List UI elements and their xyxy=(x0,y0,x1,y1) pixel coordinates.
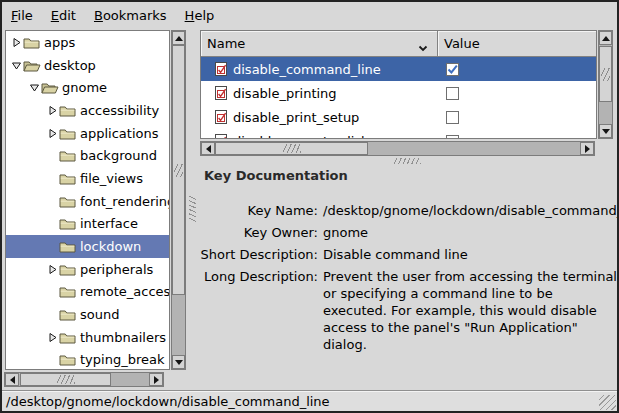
expander-spacer xyxy=(46,150,59,162)
value-checkbox-unchecked[interactable] xyxy=(446,135,459,139)
scrollbar-thumb[interactable] xyxy=(172,45,185,295)
thumb-grip-icon xyxy=(174,164,183,177)
column-header-name[interactable]: Name xyxy=(201,31,438,57)
key-name-cell: disable_command_line xyxy=(201,62,438,77)
list-row-disable_save_to_disk[interactable]: disable_save_to_disk xyxy=(201,129,596,138)
column-header-name-label: Name xyxy=(207,36,245,51)
menu-edit[interactable]: Edit xyxy=(42,4,85,27)
doc-row-long-description: Long Description: Prevent the user from … xyxy=(200,268,617,353)
arrow-left-icon xyxy=(206,145,211,153)
list-row-disable_command_line[interactable]: disable_command_line xyxy=(201,57,596,81)
folder-closed-icon xyxy=(59,126,77,140)
scrollbar-thumb[interactable] xyxy=(20,373,111,386)
tree-item-typing_break[interactable]: typing_break xyxy=(6,349,169,370)
list-vertical-scrollbar[interactable] xyxy=(598,30,613,139)
tree-indent xyxy=(6,246,46,247)
tree-horizontal-scrollbar[interactable] xyxy=(4,372,164,387)
doc-row-short-description: Short Description: Disable command line xyxy=(200,246,617,263)
tree-item-remote_access[interactable]: remote_access xyxy=(6,281,169,304)
scroll-up-button[interactable] xyxy=(172,31,185,45)
list-row-disable_print_setup[interactable]: disable_print_setup xyxy=(201,105,596,129)
tree-indent xyxy=(6,223,46,224)
expander-spacer xyxy=(46,195,59,207)
expander-collapsed-icon[interactable] xyxy=(46,331,59,343)
scroll-down-button[interactable] xyxy=(172,355,185,369)
doc-label: Key Owner: xyxy=(200,224,318,241)
menu-bookmarks[interactable]: Bookmarks xyxy=(85,4,176,27)
scroll-right-button[interactable] xyxy=(580,142,594,155)
paned-grip-icon xyxy=(189,196,196,222)
menubar: File Edit Bookmarks Help xyxy=(2,2,617,28)
expander-expanded-icon[interactable] xyxy=(28,82,41,94)
key-value-cell xyxy=(438,135,596,139)
scrollbar-thumb[interactable] xyxy=(599,46,612,102)
menu-file[interactable]: File xyxy=(2,4,42,27)
tree-indent xyxy=(6,269,46,270)
arrow-up-icon xyxy=(602,36,610,41)
scrollbar-trough[interactable] xyxy=(599,45,612,124)
scroll-left-button[interactable] xyxy=(5,373,19,386)
value-checkbox-unchecked[interactable] xyxy=(446,87,459,100)
tree-item-applications[interactable]: applications xyxy=(6,122,169,145)
tree-item-label: applications xyxy=(80,126,160,141)
folder-closed-icon xyxy=(59,194,77,208)
list-horizontal-scrollbar[interactable] xyxy=(200,141,595,156)
tree-item-accessibility[interactable]: accessibility xyxy=(6,99,169,122)
menu-bookmarks-label: ookmarks xyxy=(103,8,167,23)
scrollbar-trough[interactable] xyxy=(172,45,185,355)
expander-collapsed-icon[interactable] xyxy=(46,263,59,275)
folder-closed-icon xyxy=(59,240,77,254)
sort-indicator-chevron-down-icon xyxy=(418,40,428,55)
config-tree-view[interactable]: appsdesktopgnomeaccessibilityapplication… xyxy=(5,30,170,370)
tree-item-sound[interactable]: sound xyxy=(6,303,169,326)
key-documentation-table: Key Name: /desktop/gnome/lockdown/disabl… xyxy=(200,202,617,353)
expander-collapsed-icon[interactable] xyxy=(46,127,59,139)
arrow-right-icon xyxy=(585,145,590,153)
tree-item-background[interactable]: background xyxy=(6,144,169,167)
doc-value: Disable command line xyxy=(318,246,468,263)
scrollbar-trough[interactable] xyxy=(19,373,149,386)
tree-item-desktop[interactable]: desktop xyxy=(6,54,169,77)
arrow-right-icon xyxy=(154,376,159,384)
statusbar-key-path: /desktop/gnome/lockdown/disable_command_… xyxy=(6,394,330,409)
value-checkbox-unchecked[interactable] xyxy=(446,111,459,124)
scroll-right-button[interactable] xyxy=(149,373,163,386)
tree-indent xyxy=(6,110,46,111)
expander-collapsed-icon[interactable] xyxy=(46,104,59,116)
tree-item-interface[interactable]: interface xyxy=(6,213,169,236)
list-header: Name Value xyxy=(201,31,596,57)
scrollbar-trough[interactable] xyxy=(215,142,580,155)
key-name-cell: disable_print_setup xyxy=(201,110,438,125)
expander-expanded-icon[interactable] xyxy=(10,59,23,71)
list-row-disable_printing[interactable]: disable_printing xyxy=(201,81,596,105)
tree-item-label: thumbnailers xyxy=(80,330,168,345)
tree-item-lockdown[interactable]: lockdown xyxy=(6,235,169,258)
tree-item-label: accessibility xyxy=(80,103,161,118)
tree-indent xyxy=(6,291,46,292)
vertical-paned-handle[interactable] xyxy=(187,30,199,388)
key-name-cell: disable_save_to_disk xyxy=(201,134,438,139)
horizontal-paned-handle[interactable] xyxy=(200,157,617,165)
menu-help[interactable]: Help xyxy=(176,4,224,27)
scroll-down-button[interactable] xyxy=(599,124,612,138)
tree-vertical-scrollbar[interactable] xyxy=(171,30,186,370)
key-list-rows: disable_command_linedisable_printingdisa… xyxy=(201,57,596,138)
menu-edit-label: dit xyxy=(59,8,76,23)
scroll-left-button[interactable] xyxy=(201,142,215,155)
resize-grip[interactable] xyxy=(599,395,616,410)
scrollbar-thumb[interactable] xyxy=(215,142,368,155)
tree-indent xyxy=(6,178,46,179)
value-checkbox-checked[interactable] xyxy=(446,63,459,76)
tree-item-label: font_rendering xyxy=(80,194,170,209)
tree-item-gnome[interactable]: gnome xyxy=(6,76,169,99)
tree-item-font_rendering[interactable]: font_rendering xyxy=(6,190,169,213)
tree-item-thumbnailers[interactable]: thumbnailers xyxy=(6,326,169,349)
column-header-value[interactable]: Value xyxy=(438,31,596,57)
folder-closed-icon xyxy=(59,285,77,299)
tree-item-file_views[interactable]: file_views xyxy=(6,167,169,190)
tree-item-peripherals[interactable]: peripherals xyxy=(6,258,169,281)
scroll-up-button[interactable] xyxy=(599,31,612,45)
expander-collapsed-icon[interactable] xyxy=(10,36,23,48)
tree-item-label: background xyxy=(80,148,159,163)
tree-item-apps[interactable]: apps xyxy=(6,31,169,54)
